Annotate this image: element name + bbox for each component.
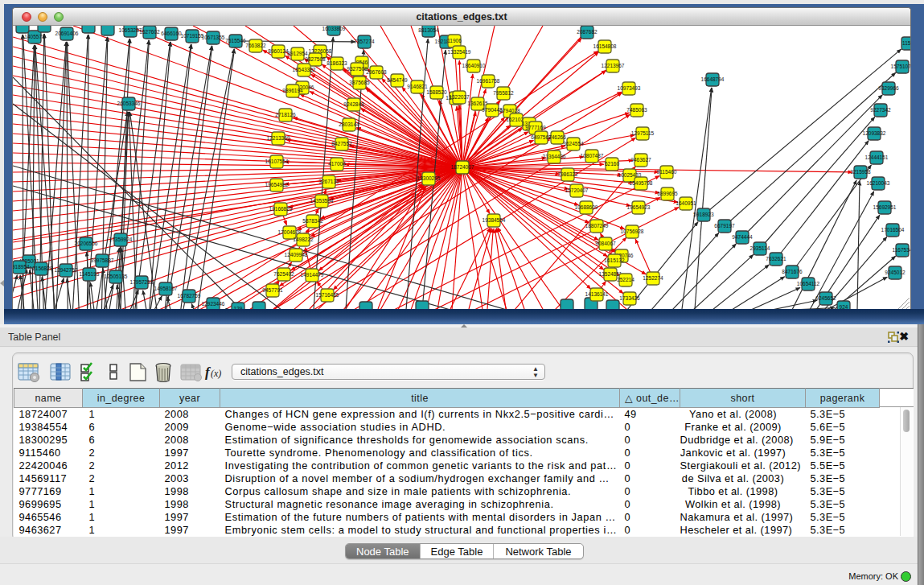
svg-text:19166825: 19166825 <box>269 206 293 212</box>
svg-text:2967608: 2967608 <box>366 69 387 75</box>
svg-text:18807249: 18807249 <box>585 223 609 229</box>
svg-text:1252274: 1252274 <box>643 275 663 281</box>
svg-text:9827508: 9827508 <box>305 56 326 62</box>
svg-text:18300295: 18300295 <box>417 175 441 181</box>
svg-text:417004: 417004 <box>328 161 346 167</box>
svg-text:12923446: 12923446 <box>202 301 225 307</box>
svg-text:18724007: 18724007 <box>451 164 474 170</box>
svg-text:6899695: 6899695 <box>657 191 678 196</box>
svg-text:1151: 1151 <box>902 40 910 46</box>
svg-text:11906: 11906 <box>447 38 462 43</box>
svg-text:12505135: 12505135 <box>105 274 128 279</box>
svg-text:1527602: 1527602 <box>139 29 160 35</box>
svg-text:12942757: 12942757 <box>55 267 78 273</box>
svg-text:14353594: 14353594 <box>310 198 334 204</box>
svg-text:6679197: 6679197 <box>714 223 735 229</box>
svg-text:9245012: 9245012 <box>885 270 906 275</box>
svg-text:9777169: 9777169 <box>525 125 546 130</box>
svg-text:17359924: 17359924 <box>109 237 133 242</box>
svg-text:7357274: 7357274 <box>354 39 375 44</box>
svg-text:8471676: 8471676 <box>782 269 803 274</box>
svg-text:12156829: 12156829 <box>30 266 53 271</box>
svg-text:3875685: 3875685 <box>349 80 370 85</box>
svg-text:16543382: 16543382 <box>293 67 316 72</box>
svg-text:7663822: 7663822 <box>245 43 266 48</box>
svg-text:1498222: 1498222 <box>293 237 314 242</box>
svg-text:12444151: 12444151 <box>865 154 889 160</box>
svg-text:3215958: 3215958 <box>850 169 871 175</box>
svg-text:129: 129 <box>234 306 243 309</box>
svg-text:8912954: 8912954 <box>287 51 308 56</box>
svg-text:16033809: 16033809 <box>322 26 346 31</box>
svg-text:18640910: 18640910 <box>462 63 486 68</box>
svg-text:10807487: 10807487 <box>581 153 604 159</box>
svg-text:10719155: 10719155 <box>181 33 204 39</box>
svg-text:2718126: 2718126 <box>275 112 296 117</box>
svg-text:3267130: 3267130 <box>318 179 339 184</box>
svg-text:15495798: 15495798 <box>630 180 653 186</box>
svg-text:19654982: 19654982 <box>265 182 289 187</box>
svg-text:12213369: 12213369 <box>267 135 290 141</box>
svg-text:12409948: 12409948 <box>285 252 308 257</box>
svg-text:252214: 252214 <box>617 277 634 282</box>
svg-text:7625402: 7625402 <box>273 271 294 277</box>
svg-text:3918954: 3918954 <box>13 264 30 270</box>
svg-text:20691406: 20691406 <box>55 31 79 36</box>
svg-text:(x): (x) <box>211 368 221 379</box>
svg-text:16154808: 16154808 <box>593 43 617 49</box>
svg-text:39975887: 39975887 <box>91 257 114 263</box>
svg-text:5878342: 5878342 <box>302 218 323 224</box>
svg-text:9242848: 9242848 <box>343 101 364 107</box>
svg-text:924: 924 <box>840 304 848 309</box>
svg-text:7986322: 7986322 <box>557 171 578 177</box>
svg-text:2803144: 2803144 <box>339 122 359 127</box>
svg-text:7955812: 7955812 <box>493 90 514 96</box>
svg-text:6466160: 6466160 <box>161 31 182 36</box>
svg-text:1615132: 1615132 <box>604 257 625 263</box>
svg-text:1322037: 1322037 <box>449 94 470 100</box>
svg-text:20206556: 20206556 <box>75 241 98 246</box>
svg-text:14914479: 14914479 <box>301 272 324 278</box>
svg-text:9896194: 9896194 <box>282 88 303 93</box>
svg-text:8454749: 8454749 <box>387 77 408 83</box>
svg-text:10671355: 10671355 <box>202 35 225 40</box>
svg-text:8427552: 8427552 <box>331 141 352 146</box>
svg-text:9327508: 9327508 <box>347 66 368 72</box>
svg-text:1640951: 1640951 <box>676 200 696 206</box>
svg-text:14958167: 14958167 <box>154 286 178 291</box>
svg-text:15692951: 15692951 <box>873 204 897 210</box>
svg-text:16648794: 16648794 <box>701 76 725 82</box>
svg-text:16961758: 16961758 <box>477 78 500 84</box>
svg-text:9084067: 9084067 <box>595 241 616 246</box>
svg-text:12093832: 12093832 <box>863 130 886 136</box>
svg-text:8813054: 8813054 <box>418 27 439 33</box>
svg-text:1145193: 1145193 <box>80 271 100 277</box>
svg-text:9457791: 9457791 <box>262 287 283 293</box>
svg-text:16210043: 16210043 <box>867 180 890 186</box>
svg-text:15716485: 15716485 <box>316 292 339 298</box>
svg-text:26053346: 26053346 <box>117 101 141 106</box>
svg-text:15720407: 15720407 <box>565 187 589 193</box>
svg-text:9146821: 9146821 <box>407 84 428 89</box>
svg-text:15751074: 15751074 <box>891 64 910 69</box>
svg-text:1588520: 1588520 <box>426 89 447 95</box>
svg-text:8186323: 8186323 <box>326 60 347 66</box>
svg-text:9463627: 9463627 <box>630 157 651 163</box>
svg-text:9115460: 9115460 <box>657 169 677 175</box>
svg-text:9245652: 9245652 <box>815 295 836 301</box>
svg-text:1167534: 1167534 <box>893 247 910 253</box>
svg-text:19654923: 19654923 <box>627 204 651 210</box>
svg-text:19384554: 19384554 <box>483 217 506 223</box>
svg-text:1733426: 1733426 <box>619 295 640 301</box>
svg-text:9227342: 9227342 <box>870 107 891 113</box>
svg-text:10654112: 10654112 <box>797 281 820 286</box>
svg-text:17957253: 17957253 <box>130 279 154 285</box>
svg-text:21364436: 21364436 <box>543 154 566 159</box>
svg-text:17016504: 17016504 <box>881 227 905 233</box>
svg-text:14136141: 14136141 <box>585 291 609 297</box>
svg-text:9329966: 9329966 <box>878 85 899 91</box>
svg-text:10688609: 10688609 <box>575 204 598 210</box>
svg-text:10973493: 10973493 <box>618 85 641 91</box>
svg-text:7515546: 7515546 <box>225 38 246 43</box>
svg-text:9474444: 9474444 <box>732 234 753 240</box>
